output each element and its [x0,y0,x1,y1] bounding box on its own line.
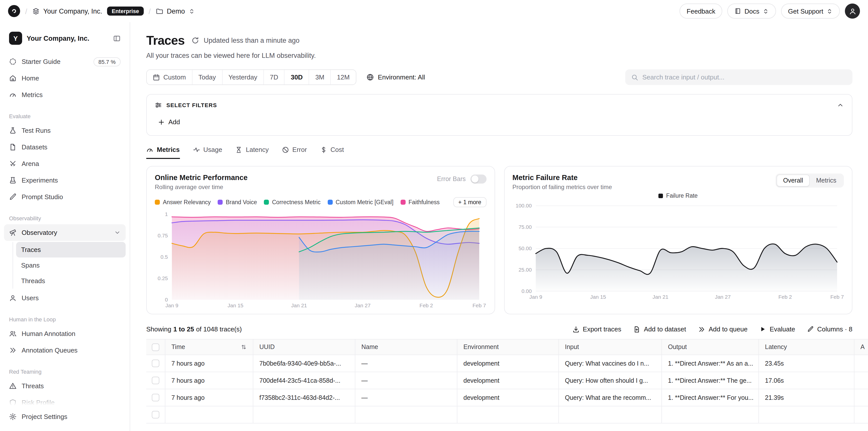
add-to-dataset-button[interactable]: Add to dataset [633,325,686,333]
warning-icon [9,382,17,390]
chevron-up-icon [837,102,844,109]
row-checkbox[interactable] [152,360,159,367]
column-header-clipped[interactable]: A [855,340,868,354]
sidebar-item-datasets[interactable]: Datasets [4,139,126,155]
legend-item[interactable]: Correctness Metric [264,199,321,205]
column-header-uuid[interactable]: UUID [253,340,355,354]
workspace-switcher[interactable]: Y Your Company, Inc. [4,27,126,49]
sidebar-item-threads[interactable]: Threads [16,273,126,289]
observatory-children: Traces Spans Threads [12,242,126,289]
sidebar-item-metrics[interactable]: Metrics [4,86,126,103]
range-3m[interactable]: 3M [309,70,331,85]
add-filter-button[interactable]: Add [155,116,185,128]
sidebar-item-observatory[interactable]: Observatory [4,224,126,241]
view-overall-button[interactable]: Overall [777,174,809,186]
svg-text:50.00: 50.00 [518,246,531,251]
column-header-input[interactable]: Input [559,340,662,354]
tab-usage[interactable]: Usage [193,146,222,159]
range-yesterday[interactable]: Yesterday [222,70,264,85]
sidebar-item-prompt-studio[interactable]: Prompt Studio [4,189,126,205]
sidebar-item-risk-profile[interactable]: Risk Profile [4,394,126,405]
legend-more-button[interactable]: + 1 more [453,197,486,207]
sort-icon[interactable] [241,344,247,350]
collapse-filters-button[interactable] [837,102,844,109]
beaker-icon [9,176,17,184]
sidebar-item-human-annotation[interactable]: Human Annotation [4,325,126,342]
refresh-icon[interactable] [192,37,199,44]
range-30d[interactable]: 30D [284,70,309,85]
tab-latency[interactable]: Latency [235,146,269,159]
table-row[interactable] [146,406,868,424]
table-row[interactable]: 7 hours ago 7b0be6fa-9340-40e9-bb5a-... … [146,355,868,372]
search-input[interactable] [642,74,846,81]
app-window: / Your Company, Inc. Enterprise / Demo F… [0,0,868,431]
legend-item[interactable]: Faithfulness [401,199,440,205]
org-name: Your Company, Inc. [43,7,102,15]
table-row[interactable]: 7 hours ago 700def44-23c5-41ca-858d-... … [146,372,868,389]
range-7d[interactable]: 7D [264,70,284,85]
table-row[interactable]: 7 hours ago f7358bc2-311c-463d-84d2-... … [146,389,868,406]
column-header-environment[interactable]: Environment [457,340,559,354]
evaluate-button[interactable]: Evaluate [760,325,795,333]
svg-text:Jan 15: Jan 15 [228,303,244,308]
range-12m[interactable]: 12M [331,70,356,85]
project-switcher[interactable]: Demo [156,7,195,15]
document-icon [9,143,17,151]
view-metrics-button[interactable]: Metrics [809,174,843,186]
svg-text:100.00: 100.00 [516,203,531,208]
app-logo-icon[interactable] [8,5,20,17]
sidebar-item-annotation-queues[interactable]: Annotation Queues [4,342,126,358]
svg-text:0.25: 0.25 [158,275,168,281]
column-header-name[interactable]: Name [355,340,457,354]
sidebar-item-home[interactable]: Home [4,70,126,86]
environment-selector[interactable]: Environment: All [366,74,425,81]
collapse-sidebar-icon[interactable] [113,34,121,42]
sidebar-item-starter-guide[interactable]: Starter Guide 85.7 % [4,53,126,70]
updated-text: Updated less than a minute ago [204,37,300,44]
tab-metrics[interactable]: Metrics [146,146,180,159]
feedback-label: Feedback [687,7,715,15]
add-to-queue-button[interactable]: Add to queue [698,325,748,333]
legend-item[interactable]: Answer Relevancy [155,199,211,205]
cell-latency [759,406,855,423]
plus-icon [158,118,165,125]
cell-environment: development [457,355,559,372]
range-today[interactable]: Today [192,70,222,85]
row-checkbox[interactable] [152,394,159,401]
sidebar-item-spans[interactable]: Spans [16,258,126,273]
row-checkbox[interactable] [152,411,159,419]
get-support-button[interactable]: Get Support [781,3,840,19]
user-avatar[interactable] [845,3,860,19]
sidebar-item-test-runs[interactable]: Test Runs [4,122,126,139]
export-traces-button[interactable]: Export traces [572,325,621,333]
sidebar-item-users[interactable]: Users [4,290,126,306]
row-checkbox[interactable] [152,377,159,384]
column-header-time[interactable]: Time [165,340,253,354]
range-custom[interactable]: Custom [147,70,192,85]
column-header-output[interactable]: Output [662,340,759,354]
error-bars-toggle[interactable] [470,174,486,183]
sidebar-item-experiments[interactable]: Experiments [4,172,126,189]
legend-swatch [218,200,223,205]
org-switcher[interactable]: Your Company, Inc. [32,7,102,15]
sidebar-item-arena[interactable]: Arena [4,155,126,172]
columns-button[interactable]: Columns · 8 [807,325,852,333]
sidebar-item-project-settings[interactable]: Project Settings [4,408,126,425]
tab-cost[interactable]: Cost [320,146,344,159]
select-all-checkbox[interactable] [152,343,159,351]
tab-error[interactable]: Error [282,146,307,159]
sidebar-item-traces[interactable]: Traces [16,242,126,258]
column-header-latency[interactable]: Latency [759,340,855,354]
chevrons-updown-icon [826,8,833,15]
sidebar-item-label: Threats [22,382,44,390]
legend-item[interactable]: Brand Voice [218,199,257,205]
updated-status: Updated less than a minute ago [192,37,300,44]
legend-item[interactable]: Custom Metric [GEval] [328,199,394,205]
section-label-evaluate: Evaluate [9,113,121,119]
feedback-button[interactable]: Feedback [680,3,722,19]
docs-button[interactable]: Docs [727,3,776,19]
legend-item[interactable]: Failure Rate [659,193,698,199]
sidebar-item-threats[interactable]: Threats [4,378,126,394]
flask-icon [9,127,17,134]
workspace-name: Your Company, Inc. [27,34,108,42]
